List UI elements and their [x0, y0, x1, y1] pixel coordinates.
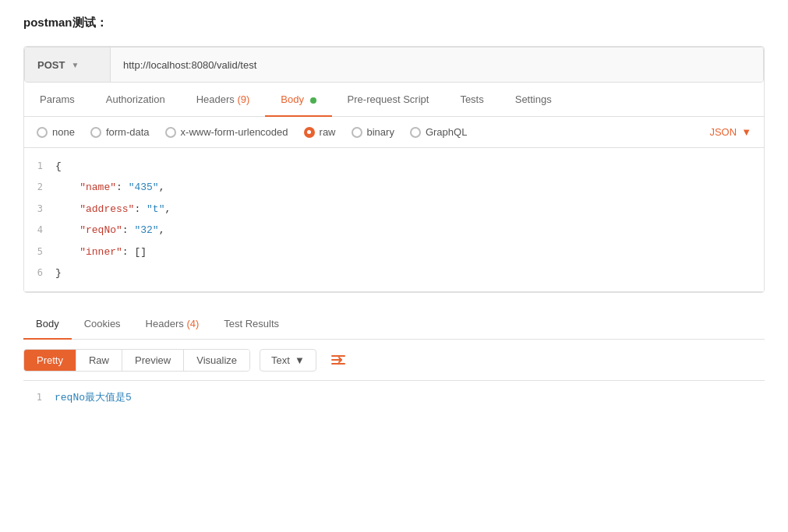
radio-none[interactable]: none	[37, 126, 75, 138]
code-editor[interactable]: 1 { 2 "name": "435", 3 "address": "t", 4	[24, 148, 764, 292]
radio-form-data[interactable]: form-data	[90, 126, 150, 138]
tab-tests[interactable]: Tests	[444, 83, 499, 116]
raw-button[interactable]: Raw	[76, 350, 122, 371]
resp-headers-badge: (4)	[186, 318, 199, 329]
url-bar: POST ▼	[24, 47, 764, 83]
response-content-1: reqNo最大值是5	[55, 389, 132, 407]
code-line-3: 3 "address": "t",	[24, 199, 764, 220]
response-line-1: 1 reqNo最大值是5	[23, 389, 765, 407]
format-label: JSON	[709, 126, 737, 138]
tab-settings[interactable]: Settings	[500, 83, 567, 116]
radio-none-circle	[37, 127, 48, 138]
radio-x-www-form-urlencoded[interactable]: x-www-form-urlencoded	[165, 126, 288, 138]
tab-headers[interactable]: Headers (9)	[181, 83, 266, 116]
radio-raw-circle	[304, 127, 315, 138]
code-line-2: 2 "name": "435",	[24, 177, 764, 198]
method-dropdown[interactable]: POST ▼	[25, 48, 111, 82]
wrap-icon[interactable]	[326, 347, 351, 372]
resp-tab-test-results[interactable]: Test Results	[211, 308, 292, 339]
resp-tab-body[interactable]: Body	[23, 308, 72, 339]
response-toolbar: Pretty Raw Preview Visualize Text ▼	[23, 340, 765, 381]
resp-tab-cookies[interactable]: Cookies	[72, 308, 133, 339]
method-label: POST	[37, 59, 65, 71]
page-title: postman测试：	[23, 16, 765, 30]
radio-graphql[interactable]: GraphQL	[410, 126, 467, 138]
resp-tab-headers[interactable]: Headers (4)	[133, 308, 212, 339]
format-selector-dropdown[interactable]: JSON ▼	[709, 126, 751, 138]
tab-authorization[interactable]: Authorization	[90, 83, 181, 116]
url-input[interactable]	[111, 48, 763, 82]
response-section: Body Cookies Headers (4) Test Results Pr…	[23, 308, 765, 414]
tab-params[interactable]: Params	[24, 83, 90, 116]
radio-raw[interactable]: raw	[304, 126, 336, 138]
text-format-dropdown[interactable]: Text ▼	[260, 349, 316, 372]
radio-binary[interactable]: binary	[352, 126, 394, 138]
body-type-bar: none form-data x-www-form-urlencoded raw…	[24, 117, 764, 148]
preview-button[interactable]: Preview	[122, 350, 184, 371]
pretty-button[interactable]: Pretty	[24, 350, 76, 371]
radio-urlencoded-circle	[165, 127, 176, 138]
radio-form-data-circle	[90, 127, 101, 138]
format-chevron-icon: ▼	[741, 126, 751, 138]
method-chevron-icon: ▼	[71, 61, 79, 69]
request-tabs-bar: Params Authorization Headers (9) Body Pr…	[24, 83, 764, 117]
tab-body[interactable]: Body	[265, 83, 331, 116]
code-line-1: 1 {	[24, 156, 764, 177]
code-line-6: 6 }	[24, 262, 764, 284]
code-line-5: 5 "inner": []	[24, 241, 764, 262]
body-active-dot	[310, 97, 316, 104]
tab-pre-request-script[interactable]: Pre-request Script	[332, 83, 445, 116]
response-tabs-bar: Body Cookies Headers (4) Test Results	[23, 308, 765, 340]
radio-binary-circle	[352, 127, 362, 138]
format-button-group: Pretty Raw Preview Visualize	[23, 349, 250, 372]
code-line-4: 4 "reqNo": "32",	[24, 220, 764, 241]
page-wrapper: postman测试： POST ▼ Params Authorization H…	[0, 0, 788, 431]
headers-badge: (9)	[237, 93, 249, 105]
response-body: 1 reqNo最大值是5	[23, 381, 765, 414]
text-format-chevron-icon: ▼	[295, 354, 305, 366]
radio-graphql-circle	[410, 127, 421, 138]
visualize-button[interactable]: Visualize	[184, 350, 249, 371]
text-format-label: Text	[271, 354, 290, 366]
request-panel: POST ▼ Params Authorization Headers (9) …	[23, 46, 765, 293]
